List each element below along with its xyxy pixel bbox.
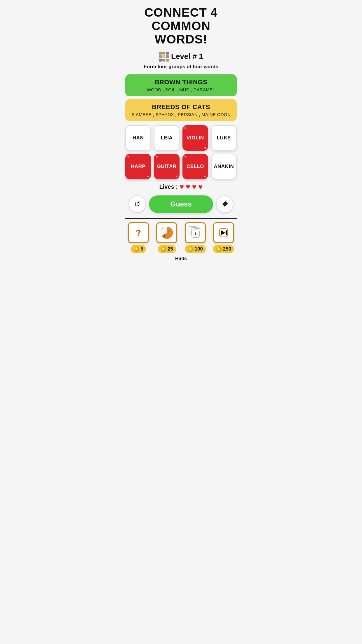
hint-reveal-button[interactable]: ?: [128, 222, 149, 243]
hint-shuffle: 1 2 ★ 25: [154, 222, 180, 253]
skip-icon: [218, 228, 229, 238]
coin-icon-3: ★: [188, 246, 194, 252]
hint-reveal: ? ★ 5: [125, 222, 152, 253]
level-label: Level # 1: [171, 52, 203, 61]
card-1: 1: [191, 230, 200, 238]
category-green-title: BROWN THINGS: [130, 78, 232, 86]
coin-icon-2: ★: [161, 246, 166, 252]
hint-multi-button[interactable]: 4 3 2 1: [185, 222, 206, 243]
tile-cello[interactable]: CELLO: [182, 154, 208, 179]
hint-multi-cost: ★ 100: [185, 245, 206, 253]
level-row: Level # 1: [125, 52, 237, 62]
multi-cards-icon: 4 3 2 1: [189, 226, 202, 239]
hint-multi: 4 3 2 1 ★ 100: [182, 222, 208, 253]
hints-section: ? ★ 5 1 2 ★: [125, 218, 237, 261]
puzzle-icon: [159, 52, 169, 62]
svg-marker-0: [222, 201, 228, 206]
lives-row: Lives : ♥ ♥ ♥ ♥: [125, 182, 237, 191]
actions-row: ↺ Guess: [125, 195, 237, 213]
tile-han[interactable]: HAN: [125, 125, 151, 151]
tile-luke[interactable]: LUKE: [211, 125, 237, 151]
hint-skip: ★ 250: [211, 222, 237, 253]
pie-chart-icon: 1 2: [160, 226, 173, 239]
shuffle-button[interactable]: ↺: [129, 195, 146, 213]
tile-violin[interactable]: VIOLIN: [182, 125, 208, 151]
tile-leia[interactable]: LEIA: [154, 125, 180, 151]
tile-harp[interactable]: HARP: [125, 154, 151, 179]
lives-label: Lives :: [159, 183, 178, 190]
category-yellow-title: BREEDS OF CATS: [130, 103, 232, 111]
heart-1: ♥: [180, 182, 184, 191]
hint-shuffle-button[interactable]: 1 2: [156, 222, 177, 243]
heart-3: ♥: [192, 182, 196, 191]
grid-icon: [159, 52, 169, 62]
tile-anakin[interactable]: ANAKIN: [211, 154, 237, 179]
categories-list: BROWN THINGS WOOD , SOIL , MUD , CARAMEL…: [125, 74, 237, 121]
hints-grid: ? ★ 5 1 2 ★: [125, 222, 237, 253]
svg-text:1: 1: [168, 229, 170, 233]
game-title: CONNECT 4COMMON WORDS!: [125, 6, 237, 46]
hint-skip-cost: ★ 250: [213, 245, 234, 253]
eraser-icon: [221, 201, 228, 208]
question-icon: ?: [136, 228, 141, 238]
word-grid: HAN LEIA VIOLIN LUKE HARP GUITAR CELLO A…: [125, 125, 237, 179]
coin-icon-1: ★: [133, 246, 139, 252]
heart-2: ♥: [186, 182, 190, 191]
category-green-words: WOOD , SOIL , MUD , CARAMEL: [130, 87, 232, 92]
guess-button[interactable]: Guess: [149, 195, 213, 213]
erase-button[interactable]: [216, 195, 233, 213]
tile-guitar[interactable]: GUITAR: [154, 154, 180, 179]
coin-icon-4: ★: [216, 246, 222, 252]
hints-label: Hints: [125, 256, 237, 261]
category-yellow-words: SIAMESE , SPHYNX , PERSIAN , MAINE COON: [130, 112, 232, 117]
category-yellow: BREEDS OF CATS SIAMESE , SPHYNX , PERSIA…: [125, 99, 237, 121]
svg-rect-6: [226, 230, 227, 235]
subtitle: Form four groups of four words: [125, 64, 237, 70]
hint-reveal-cost: ★ 5: [131, 245, 146, 253]
hint-shuffle-cost: ★ 25: [158, 245, 176, 253]
hint-skip-button[interactable]: [213, 222, 234, 243]
heart-4: ♥: [198, 182, 203, 191]
svg-text:2: 2: [164, 234, 165, 237]
category-green: BROWN THINGS WOOD , SOIL , MUD , CARAMEL: [125, 74, 237, 96]
